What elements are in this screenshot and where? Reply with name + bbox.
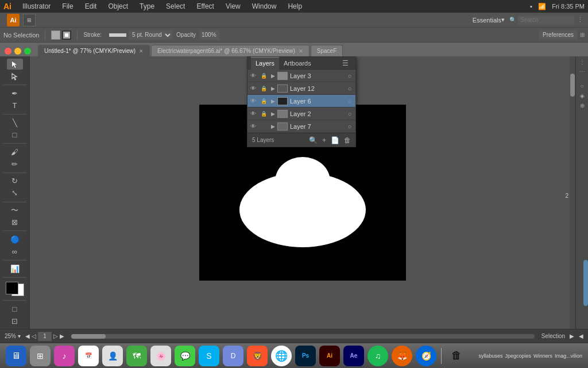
normal-mode[interactable]: □ (7, 304, 23, 315)
layer-row-7[interactable]: 👁 ▶ Layer 7 ○ (247, 120, 355, 133)
screen-mode[interactable]: ⊡ (7, 316, 23, 327)
dock-discord[interactable]: D (223, 346, 243, 366)
layer-row-6[interactable]: 👁 🔒 ▶ Layer 6 ○ (247, 95, 355, 108)
close-button[interactable] (5, 48, 11, 55)
menu-edit[interactable]: Edit (82, 1, 100, 12)
prev-page-btn[interactable]: ◀ (25, 333, 30, 339)
search-input[interactable] (517, 16, 575, 25)
arrange-icon[interactable]: ⊞ (580, 32, 585, 38)
menu-help[interactable]: Help (285, 1, 305, 12)
right-panel-btn-4[interactable]: ◈ (580, 93, 585, 99)
dock-jpegcopies[interactable]: Jpegcopies (505, 353, 531, 359)
right-panel-btn-1[interactable]: ⋮ (579, 59, 585, 65)
minimize-button[interactable] (14, 48, 21, 55)
page-input[interactable] (38, 332, 52, 341)
dock-firefox[interactable]: 🦊 (392, 346, 412, 366)
dock-skype[interactable]: S (199, 346, 219, 366)
layer-expand-7[interactable]: ▶ (269, 124, 276, 129)
preferences-btn[interactable]: Preferences (539, 30, 578, 40)
layer-vis-7[interactable]: 👁 (249, 123, 258, 129)
dock-winners[interactable]: Winners (533, 353, 552, 359)
right-scrollbar-thumb[interactable] (583, 260, 588, 306)
menu-illustrator[interactable]: Illustrator (20, 1, 53, 12)
pen-tool[interactable]: ✒ (7, 88, 23, 99)
status-arrow[interactable]: ▶ (570, 333, 574, 339)
dock-safari[interactable]: 🧭 (416, 346, 436, 366)
layer-dot-3[interactable]: ○ (345, 72, 354, 79)
blend-tool[interactable]: ∞ (7, 246, 23, 257)
layer-vis-6[interactable]: 👁 (249, 98, 258, 104)
dock-imag[interactable]: Imag...vilion (555, 353, 582, 359)
dock-calendar[interactable]: 📅 (78, 346, 99, 366)
menu-select[interactable]: Select (163, 1, 188, 12)
type-tool[interactable]: T (7, 100, 23, 111)
tab-electric-close[interactable]: ✕ (299, 48, 303, 54)
free-transform-tool[interactable]: ⊠ (7, 217, 23, 228)
layer-row-3[interactable]: 👁 🔒 ▶ Layer 3 ○ (247, 70, 355, 82)
panel-options-icon[interactable]: ⋮ (577, 16, 583, 24)
status-back-arrow[interactable]: ◀ (579, 333, 583, 339)
layer-dot-7[interactable]: ○ (345, 123, 354, 130)
search-layers-icon[interactable]: 🔍 (309, 136, 318, 144)
layer-dot-2[interactable]: ○ (345, 110, 354, 117)
search-icon[interactable]: 🔍 (509, 17, 516, 23)
right-panel-btn-5[interactable]: ⊕ (580, 102, 585, 109)
layers-panel-close[interactable]: ☰ (342, 59, 352, 67)
dock-spotify[interactable]: ♫ (368, 346, 388, 366)
layer-vis-2[interactable]: 👁 (249, 110, 258, 117)
warp-tool[interactable]: 〜 (7, 205, 23, 216)
essentials-dropdown[interactable]: ▾ (501, 16, 505, 24)
layer-dot-12[interactable]: ○ (345, 85, 354, 92)
dock-trash[interactable]: 🗑 (446, 346, 467, 366)
direct-selection-tool[interactable] (7, 71, 23, 82)
brush-selector[interactable]: 5 pt. Round (128, 30, 173, 40)
dock-brave[interactable]: 🦁 (247, 346, 268, 366)
next-page-btn[interactable]: ▶ (60, 333, 64, 339)
rect-tool[interactable]: □ (7, 129, 23, 140)
dock-launchpad[interactable]: ⊞ (30, 346, 51, 366)
dock-illustrator[interactable]: Ai (319, 346, 340, 366)
menu-window[interactable]: Window (249, 1, 280, 12)
layer-row-2[interactable]: 👁 🔒 ▶ Layer 2 ○ (247, 108, 355, 120)
layer-lock-12[interactable]: 🔒 (259, 86, 268, 91)
opacity-input[interactable] (199, 30, 220, 40)
menu-object[interactable]: Object (105, 1, 131, 12)
line-tool[interactable]: ╲ (7, 117, 23, 128)
color-selector[interactable] (6, 282, 24, 296)
scale-tool[interactable]: ⤡ (7, 187, 23, 198)
zoom-dropdown-arrow[interactable]: ▾ (18, 333, 21, 339)
dock-contacts[interactable]: 👤 (102, 346, 123, 366)
dock-photoshop[interactable]: Ps (295, 346, 316, 366)
rotate-tool[interactable]: ↻ (7, 175, 23, 186)
new-layer-icon[interactable]: + (322, 136, 326, 144)
tab-untitled[interactable]: Untitled-1* @ 77% (CMYK/Preview) ✕ (38, 45, 150, 56)
dock-chrome[interactable]: 🌐 (271, 346, 292, 366)
menu-view[interactable]: View (223, 1, 243, 12)
selection-tool[interactable] (7, 59, 23, 70)
layer-dot-6[interactable]: ○ (345, 98, 354, 105)
fg-color[interactable] (6, 282, 18, 294)
tab-layers[interactable]: Layers (251, 57, 279, 70)
eyedropper-tool[interactable]: 🔵 (7, 234, 23, 245)
right-panel-btn-3[interactable]: ○ (580, 83, 583, 89)
page-icon[interactable]: 📄 (331, 136, 339, 144)
layer-lock-3[interactable]: 🔒 (259, 73, 268, 79)
layer-vis-3[interactable]: 👁 (249, 72, 258, 79)
dock-syllabuses[interactable]: syllabuses (478, 353, 502, 359)
dock-after-effects[interactable]: Ae (343, 346, 364, 366)
dock-messages[interactable]: 💬 (175, 346, 195, 366)
layer-row-12[interactable]: 👁 🔒 ▶ Layer 12 ○ (247, 82, 355, 95)
menu-effect[interactable]: Effect (194, 1, 216, 12)
dock-maps[interactable]: 🗺 (126, 346, 147, 366)
h-scrollbar[interactable] (71, 334, 535, 339)
right-panel-btn-2[interactable]: ⋯ (579, 68, 585, 75)
layer-expand-3[interactable]: ▶ (269, 73, 276, 79)
paintbrush-tool[interactable]: 🖌 (7, 147, 23, 158)
menu-type[interactable]: Type (137, 1, 157, 12)
fill-swatch[interactable] (51, 30, 60, 40)
h-scrollbar-thumb[interactable] (71, 334, 106, 339)
layer-expand-2[interactable]: ▶ (269, 111, 276, 117)
menu-file[interactable]: File (59, 1, 76, 12)
layer-lock-6[interactable]: 🔒 (259, 98, 268, 104)
trash-icon[interactable]: 🗑 (344, 136, 351, 144)
